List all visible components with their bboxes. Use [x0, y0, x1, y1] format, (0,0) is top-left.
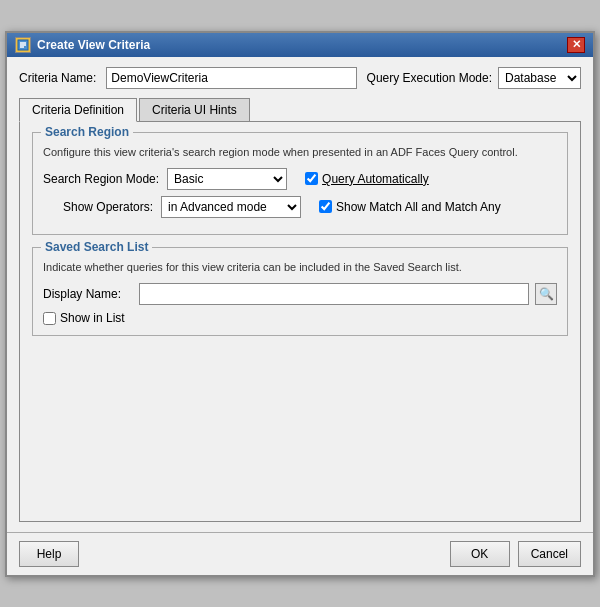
display-name-row: Display Name: 🔍 [43, 283, 557, 305]
display-name-label: Display Name: [43, 287, 133, 301]
display-name-input[interactable] [139, 283, 529, 305]
show-in-list-label: Show in List [60, 311, 125, 325]
tab-bar: Criteria Definition Criteria UI Hints [19, 97, 581, 122]
display-name-search-button[interactable]: 🔍 [535, 283, 557, 305]
search-icon: 🔍 [539, 287, 554, 301]
help-button[interactable]: Help [19, 541, 79, 567]
show-match-all-label: Show Match All and Match Any [336, 200, 501, 214]
title-bar: Create View Criteria ✕ [7, 33, 593, 57]
show-match-all-checkbox[interactable] [319, 200, 332, 213]
show-operators-row: Show Operators: in Advanced mode Always … [43, 196, 557, 218]
search-region-mode-label: Search Region Mode: [43, 172, 159, 186]
ok-button[interactable]: OK [450, 541, 510, 567]
criteria-name-input[interactable] [106, 67, 356, 89]
search-region-section: Search Region Configure this view criter… [32, 132, 568, 235]
tab-content: Search Region Configure this view criter… [19, 122, 581, 522]
window-title: Create View Criteria [37, 38, 150, 52]
close-button[interactable]: ✕ [567, 37, 585, 53]
tab-criteria-ui-hints[interactable]: Criteria UI Hints [139, 98, 250, 122]
query-execution-mode-select[interactable]: Database In Memory Both [498, 67, 581, 89]
header-row: Criteria Name: Query Execution Mode: Dat… [19, 67, 581, 89]
query-automatically-row: Query Automatically [305, 172, 429, 186]
window-body: Criteria Name: Query Execution Mode: Dat… [7, 57, 593, 532]
saved-search-list-title: Saved Search List [41, 240, 152, 254]
main-window: Create View Criteria ✕ Criteria Name: Qu… [5, 31, 595, 577]
search-region-mode-row: Search Region Mode: Basic Advanced Simpl… [43, 168, 557, 190]
query-execution-mode-label: Query Execution Mode: [367, 71, 492, 85]
search-region-title: Search Region [41, 125, 133, 139]
tab-criteria-definition[interactable]: Criteria Definition [19, 98, 137, 122]
show-operators-label: Show Operators: [43, 200, 153, 214]
saved-search-list-description: Indicate whether queries for this view c… [43, 260, 557, 275]
show-in-list-checkbox[interactable] [43, 312, 56, 325]
show-operators-select[interactable]: in Advanced mode Always Never [161, 196, 301, 218]
search-region-mode-select[interactable]: Basic Advanced Simple [167, 168, 287, 190]
bottom-right: OK Cancel [450, 541, 581, 567]
window-icon [15, 37, 31, 53]
cancel-button[interactable]: Cancel [518, 541, 581, 567]
bottom-bar: Help OK Cancel [7, 532, 593, 575]
title-bar-left: Create View Criteria [15, 37, 150, 53]
saved-search-list-section: Saved Search List Indicate whether queri… [32, 247, 568, 336]
query-automatically-label: Query Automatically [322, 172, 429, 186]
show-match-all-row: Show Match All and Match Any [319, 200, 501, 214]
criteria-name-label: Criteria Name: [19, 71, 96, 85]
search-region-description: Configure this view criteria's search re… [43, 145, 557, 160]
header-right: Query Execution Mode: Database In Memory… [367, 67, 581, 89]
show-in-list-row: Show in List [43, 311, 557, 325]
query-automatically-checkbox[interactable] [305, 172, 318, 185]
